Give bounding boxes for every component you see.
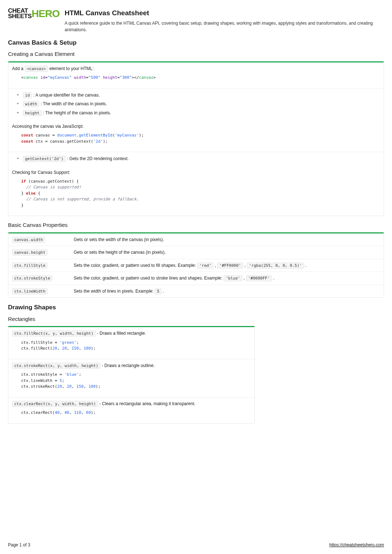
list-item: height : The height of the canvas in pix…: [17, 109, 380, 118]
logo: CHEAT SHEETS HERO: [8, 8, 60, 19]
list-item: getContext('2d') : Gets the 2D rendering…: [17, 154, 380, 163]
text: Checking for Canvas Support:: [12, 170, 70, 175]
code-block: ctx.strokeStyle = 'blue'; ctx.lineWidth …: [15, 370, 248, 394]
page-title: HTML Canvas Cheatsheet: [65, 8, 384, 19]
page-header: CHEAT SHEETS HERO HTML Canvas Cheatsheet…: [8, 8, 384, 33]
bullet-list: id : A unique identifier for the canvas.…: [8, 89, 384, 121]
text: Accessing the canvas via JavaScript:: [12, 124, 83, 129]
text: - Clears a rectangular area, making it t…: [99, 401, 196, 406]
bullet-list: getContext('2d') : Gets the 2D rendering…: [8, 152, 384, 166]
card-properties: canvas.width Gets or sets the width of t…: [8, 232, 384, 298]
text: element to your HTML:: [49, 66, 94, 71]
code-inline: <canvas>: [25, 66, 48, 72]
code-inline: ctx.fillRect(x, y, width, height): [12, 330, 96, 337]
subsection-rectangles: Rectangles: [8, 315, 384, 323]
table-row: ctx.strokeStyle Sets the color, gradient…: [8, 272, 384, 285]
table-row: canvas.width Gets or sets the width of t…: [8, 233, 384, 246]
section-canvas-basics: Canvas Basics & Setup: [8, 38, 384, 48]
logo-text-bottom: SHEETS: [8, 13, 32, 19]
footer-link[interactable]: https://cheatsheetshero.com: [329, 542, 384, 548]
logo-text-right: HERO: [32, 9, 60, 18]
code-block: if (canvas.getContext) { // Canvas is su…: [15, 176, 377, 212]
table-row: canvas.height Gets or sets the height of…: [8, 246, 384, 259]
text: Add a: [12, 66, 25, 71]
text: - Draws a filled rectangle.: [97, 331, 146, 336]
code-inline: ctx.clearRect(x, y, width, height): [12, 401, 98, 407]
card-rectangles: ctx.fillRect(x, y, width, height) - Draw…: [8, 326, 255, 424]
table-row: ctx.lineWidth Sets the width of lines in…: [8, 285, 384, 297]
page-number: Page 1 of 3: [8, 542, 30, 548]
card-creating-canvas: Add a <canvas> element to your HTML: <ca…: [8, 61, 384, 216]
properties-table: canvas.width Gets or sets the width of t…: [8, 233, 384, 298]
subsection-creating: Creating a Canvas Element: [8, 50, 384, 58]
page-footer: Page 1 of 3 https://cheatsheetshero.com: [8, 542, 384, 548]
code-block: <canvas id="myCanvas" width="500" height…: [15, 73, 377, 85]
code-block: ctx.fillStyle = 'green'; ctx.fillRect(20…: [15, 338, 248, 355]
subsection-properties: Basic Canvas Properties: [8, 221, 384, 229]
section-drawing-shapes: Drawing Shapes: [8, 303, 384, 312]
code-block: ctx.clearRect(40, 40, 110, 60);: [15, 408, 248, 420]
code-block: const canvas = document.getElementById('…: [15, 130, 377, 148]
page-subtitle: A quick reference guide to the HTML Canv…: [65, 20, 384, 33]
text: - Draws a rectangle outline.: [102, 363, 155, 368]
table-row: ctx.fillStyle Sets the color, gradient, …: [8, 259, 384, 272]
code-inline: ctx.strokeRect(x, y, width, height): [12, 363, 101, 369]
list-item: id : A unique identifier for the canvas.: [17, 91, 380, 100]
list-item: width : The width of the canvas in pixel…: [17, 99, 380, 109]
